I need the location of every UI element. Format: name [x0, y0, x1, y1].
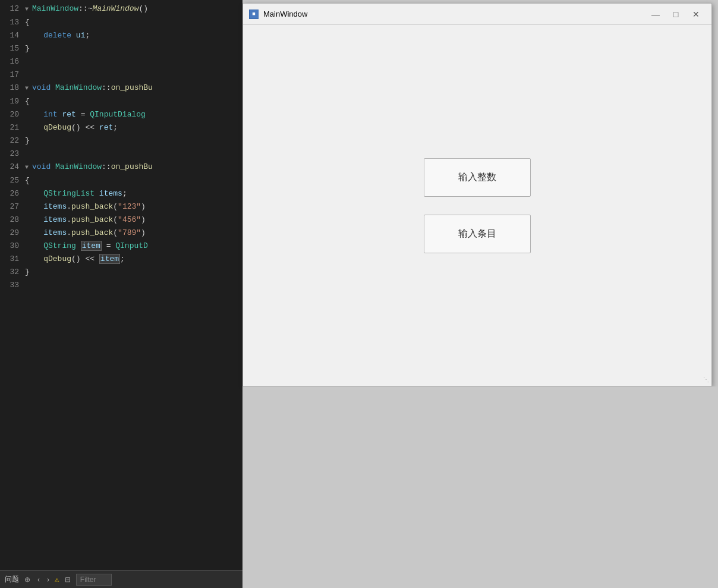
code-line: 17: [0, 68, 243, 81]
code-area: 12▼ MainWindow::~MainWindow()13{14 delet…: [0, 0, 243, 570]
qt-window-controls: — □ ✕: [646, 7, 706, 21]
code-lines: 12▼ MainWindow::~MainWindow()13{14 delet…: [0, 0, 243, 570]
line-content: }: [25, 42, 243, 55]
code-line: 12▼ MainWindow::~MainWindow(): [0, 2, 243, 16]
code-line: 31 qDebug() << item;: [0, 253, 243, 266]
line-content: }: [25, 266, 243, 279]
code-line: 15}: [0, 42, 243, 55]
code-line: 20 int ret = QInputDialog: [0, 108, 243, 121]
line-number: 21: [0, 121, 25, 134]
qt-resize-grip[interactable]: ⋱: [703, 378, 710, 385]
line-content: ▼ void MainWindow::on_pushBu: [25, 161, 243, 174]
line-content: items.push_back("123"): [25, 200, 243, 213]
line-number: 18: [0, 81, 25, 95]
line-content: QString item = QInputD: [25, 240, 243, 253]
line-number: 30: [0, 240, 25, 253]
line-number: 31: [0, 253, 25, 266]
line-number: 32: [0, 266, 25, 279]
qt-title-text: MainWindow: [263, 10, 641, 18]
status-bar: 问题 ⊕ ‹ › ⚠ ⊟: [0, 570, 243, 588]
qt-app-icon: ■: [249, 10, 259, 19]
problems-label: 问题: [5, 574, 19, 584]
warning-icon: ⚠: [55, 575, 59, 584]
code-line: 16: [0, 55, 243, 68]
line-content: ▼ MainWindow::~MainWindow(): [25, 2, 243, 16]
line-content: QStringList items;: [25, 187, 243, 200]
line-number: 26: [0, 187, 25, 200]
line-content: {: [25, 174, 243, 187]
line-number: 27: [0, 200, 25, 213]
qt-close-btn[interactable]: ✕: [686, 7, 706, 21]
code-line: 19{: [0, 95, 243, 108]
code-line: 23: [0, 147, 243, 161]
code-line: 22}: [0, 134, 243, 147]
code-line: 33: [0, 279, 243, 292]
code-editor: 12▼ MainWindow::~MainWindow()13{14 delet…: [0, 0, 243, 588]
filter-icon-btn[interactable]: ⊟: [63, 575, 73, 584]
line-number: 23: [0, 147, 25, 161]
code-line: 21 qDebug() << ret;: [0, 121, 243, 134]
line-content: ▼ void MainWindow::on_pushBu: [25, 81, 243, 95]
code-line: 13{: [0, 16, 243, 29]
nav-prev-btn[interactable]: ‹: [36, 575, 42, 584]
line-number: 17: [0, 68, 25, 81]
nav-next-btn[interactable]: ›: [45, 575, 51, 584]
line-content: items.push_back("456"): [25, 213, 243, 227]
background-area: [243, 386, 718, 588]
input-integer-button[interactable]: 输入整数: [424, 158, 531, 197]
code-line: 14 delete ui;: [0, 29, 243, 42]
line-number: 15: [0, 42, 25, 55]
line-number: 24: [0, 161, 25, 174]
line-number: 12: [0, 2, 25, 15]
line-content: int ret = QInputDialog: [25, 108, 243, 121]
status-icon-btn[interactable]: ⊕: [23, 575, 32, 584]
filter-input[interactable]: [76, 574, 112, 586]
line-content: qDebug() << item;: [25, 253, 243, 266]
qt-content: 输入整数 输入条目: [243, 25, 711, 386]
line-content: {: [25, 95, 243, 108]
line-number: 16: [0, 55, 25, 68]
line-content: qDebug() << ret;: [25, 121, 243, 134]
line-content: {: [25, 16, 243, 29]
code-line: 30 QString item = QInputD: [0, 240, 243, 253]
code-line: 18▼ void MainWindow::on_pushBu: [0, 81, 243, 95]
code-line: 24▼ void MainWindow::on_pushBu: [0, 161, 243, 174]
code-line: 28 items.push_back("456"): [0, 213, 243, 227]
code-line: 25{: [0, 174, 243, 187]
code-line: 29 items.push_back("789"): [0, 227, 243, 240]
line-content: delete ui;: [25, 29, 243, 42]
qt-window: ■ MainWindow — □ ✕ 输入整数 输入条目 ⋱: [243, 3, 712, 386]
qt-maximize-btn[interactable]: □: [666, 7, 685, 21]
qt-minimize-btn[interactable]: —: [646, 7, 665, 21]
line-number: 22: [0, 134, 25, 147]
line-number: 13: [0, 16, 25, 29]
line-content: items.push_back("789"): [25, 227, 243, 240]
line-number: 29: [0, 227, 25, 240]
code-line: 27 items.push_back("123"): [0, 200, 243, 213]
line-number: 25: [0, 174, 25, 187]
line-number: 19: [0, 95, 25, 108]
line-number: 20: [0, 108, 25, 121]
line-content: }: [25, 134, 243, 147]
code-line: 26 QStringList items;: [0, 187, 243, 200]
line-number: 14: [0, 29, 25, 42]
line-number: 33: [0, 279, 25, 292]
input-item-button[interactable]: 输入条目: [424, 215, 531, 253]
qt-titlebar: ■ MainWindow — □ ✕: [243, 4, 711, 25]
code-line: 32}: [0, 266, 243, 279]
line-number: 28: [0, 213, 25, 227]
